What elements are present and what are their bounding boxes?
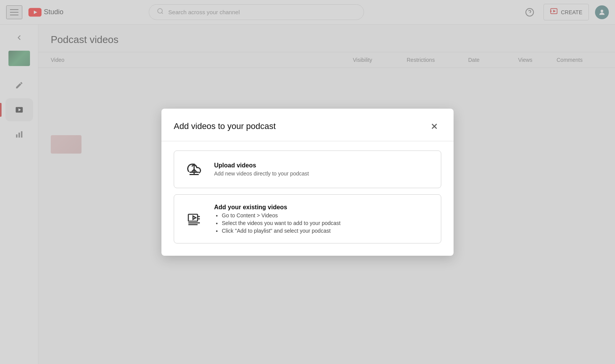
upload-videos-option[interactable]: Upload videos Add new videos directly to… [174, 151, 441, 188]
modal: Add videos to your podcast [161, 109, 454, 256]
upload-title: Upload videos [214, 162, 430, 169]
upload-icon [185, 160, 203, 179]
existing-step-1: Go to Content > Videos [222, 212, 430, 218]
modal-title: Add videos to your podcast [174, 121, 276, 131]
modal-close-button[interactable] [427, 119, 441, 133]
upload-info: Upload videos Add new videos directly to… [214, 162, 430, 177]
playlist-icon [185, 210, 203, 228]
modal-overlay: Add videos to your podcast [0, 0, 615, 364]
upload-desc: Add new videos directly to your podcast [214, 170, 430, 177]
modal-divider [161, 141, 454, 141]
existing-step-3: Click "Add to playlist" and select your … [222, 228, 430, 234]
existing-step-2: Select the videos you want to add to you… [222, 220, 430, 226]
existing-info: Add your existing videos Go to Content >… [214, 204, 430, 234]
modal-header: Add videos to your podcast [161, 109, 454, 141]
existing-list: Go to Content > Videos Select the videos… [214, 212, 430, 234]
existing-title: Add your existing videos [214, 204, 430, 211]
svg-marker-23 [193, 216, 196, 219]
modal-body: Upload videos Add new videos directly to… [161, 151, 454, 256]
existing-videos-option[interactable]: Add your existing videos Go to Content >… [174, 194, 441, 243]
